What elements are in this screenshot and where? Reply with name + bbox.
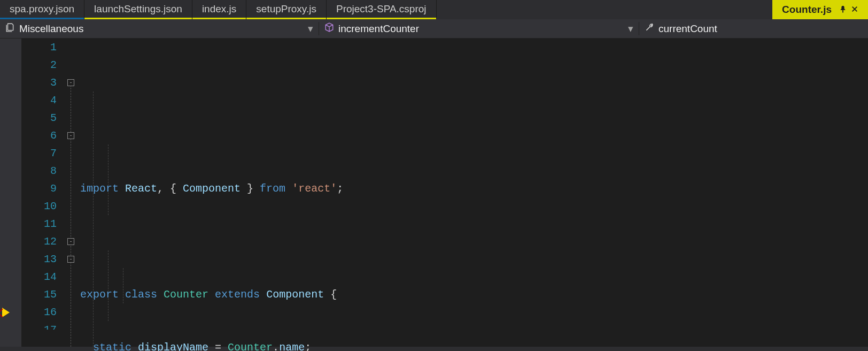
line-number: 16	[21, 303, 57, 321]
pin-icon[interactable]	[839, 4, 847, 16]
nav-member-label: incrementCounter	[338, 23, 419, 35]
line-number-gutter: 1 2 3 4 5 6 7 8 9 10 11 12 13 14 15 16 1…	[21, 39, 64, 347]
code-line: import React, { Component } from 'react'…	[80, 180, 868, 197]
chevron-down-icon: ▾	[308, 22, 313, 35]
wrench-icon	[645, 22, 654, 35]
line-number: 15	[21, 286, 57, 303]
tab-label: setupProxy.js	[256, 3, 316, 15]
execution-pointer-icon	[2, 308, 10, 317]
code-editor[interactable]: 1 2 3 4 5 6 7 8 9 10 11 12 13 14 15 16 1…	[0, 39, 868, 347]
line-number: 13	[21, 250, 57, 268]
line-number: 3	[21, 74, 57, 91]
fold-toggle[interactable]: -	[67, 79, 74, 86]
line-number: 17	[21, 321, 57, 330]
cube-icon	[324, 22, 334, 35]
line-number: 2	[21, 56, 57, 74]
breakpoint-margin[interactable]	[0, 39, 21, 347]
line-number: 6	[21, 127, 57, 144]
tab-project3-spa-csproj[interactable]: Project3-SPA.csproj	[327, 0, 436, 19]
line-number: 1	[21, 39, 57, 56]
navigation-bar: Miscellaneous ▾ incrementCounter ▾ curre…	[0, 19, 868, 39]
nav-field-dropdown[interactable]: currentCount	[639, 19, 868, 38]
tab-label: Project3-SPA.csproj	[336, 3, 427, 15]
fold-toggle[interactable]: -	[67, 256, 74, 263]
files-icon	[5, 22, 15, 35]
chevron-down-icon: ▾	[628, 22, 633, 35]
close-icon[interactable]	[851, 4, 858, 16]
tab-index-js[interactable]: index.js	[192, 0, 246, 19]
tab-label: index.js	[202, 3, 236, 15]
code-line: static displayName = Counter.name;	[80, 339, 868, 351]
line-number: 5	[21, 109, 57, 127]
line-number: 4	[21, 91, 57, 109]
line-number: 12	[21, 233, 57, 250]
line-number: 8	[21, 162, 57, 180]
line-number: 9	[21, 180, 57, 197]
tab-label: Counter.js	[782, 4, 832, 16]
tab-setupproxy-js[interactable]: setupProxy.js	[246, 0, 326, 19]
outline-margin[interactable]: - - - -	[64, 39, 77, 347]
code-line	[80, 233, 868, 250]
nav-scope-dropdown[interactable]: Miscellaneous ▾	[0, 19, 319, 38]
line-number: 11	[21, 215, 57, 233]
line-number: 14	[21, 268, 57, 286]
tab-label: launchSettings.json	[94, 3, 182, 15]
code-area[interactable]: import React, { Component } from 'react'…	[77, 39, 868, 347]
code-line: export class Counter extends Component {	[80, 286, 868, 303]
tab-label: spa.proxy.json	[10, 3, 74, 15]
fold-toggle[interactable]: -	[67, 132, 74, 139]
line-number: 7	[21, 144, 57, 162]
tab-spa-proxy-json[interactable]: spa.proxy.json	[0, 0, 84, 19]
fold-toggle[interactable]: -	[67, 238, 74, 245]
tab-counter-js[interactable]: Counter.js	[772, 0, 868, 19]
tab-launchsettings-json[interactable]: launchSettings.json	[84, 0, 192, 19]
nav-member-dropdown[interactable]: incrementCounter ▾	[319, 19, 639, 38]
line-number: 10	[21, 197, 57, 215]
nav-field-label: currentCount	[658, 23, 717, 35]
editor-tabs: spa.proxy.json launchSettings.json index…	[0, 0, 868, 19]
nav-scope-label: Miscellaneous	[19, 23, 83, 35]
